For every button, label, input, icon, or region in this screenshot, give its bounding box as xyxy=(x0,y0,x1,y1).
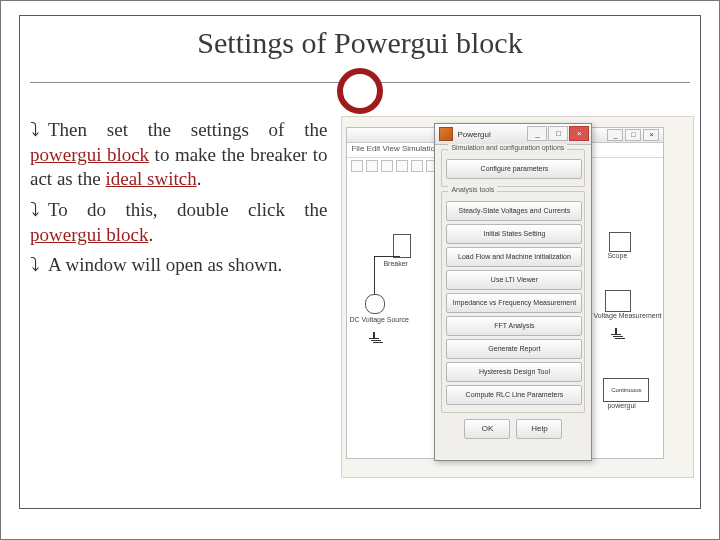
analysis-button[interactable]: Initial States Setting xyxy=(446,224,582,244)
bullet-icon: ⤵ xyxy=(30,253,48,278)
min-button[interactable]: _ xyxy=(527,126,547,141)
max-button[interactable]: □ xyxy=(548,126,568,141)
matlab-logo-icon xyxy=(439,127,453,141)
block-vmeas[interactable] xyxy=(605,290,631,312)
label-vmeas: Voltage Measurement xyxy=(593,312,663,319)
ground-icon xyxy=(611,328,623,338)
toolbar-button[interactable] xyxy=(411,160,423,172)
analysis-button[interactable]: FFT Analysis xyxy=(446,316,582,336)
ground-icon xyxy=(369,332,381,342)
wire xyxy=(374,256,375,294)
bullet-1: ⤵Then set the settings of the powergui b… xyxy=(30,118,327,192)
group-analysis: Analysis tools Steady-State Voltages and… xyxy=(441,191,585,413)
block-powergui[interactable]: Continuous xyxy=(603,378,649,402)
ok-button[interactable]: OK xyxy=(464,419,510,439)
t: Then set the settings of the xyxy=(48,119,327,140)
bullet-2: ⤵To do this, double click the powergui b… xyxy=(30,198,327,247)
help-button[interactable]: Help xyxy=(516,419,562,439)
close-button[interactable]: × xyxy=(643,129,659,141)
label-scope: Scope xyxy=(607,252,667,259)
bullet-3: ⤵A window will open as shown. xyxy=(30,253,327,278)
powergui-dialog: Powergui _ □ × Simulation and configurat… xyxy=(434,123,592,461)
t: . xyxy=(148,224,153,245)
group-caption: Simulation and configuration options xyxy=(448,144,567,151)
bullet-icon: ⤵ xyxy=(30,118,48,143)
slide: Settings of Powergui block ⤵Then set the… xyxy=(0,0,720,540)
toolbar-button[interactable] xyxy=(381,160,393,172)
analysis-button[interactable]: Compute RLC Line Parameters xyxy=(446,385,582,405)
window-buttons: _ □ × xyxy=(607,129,659,141)
toolbar-button[interactable] xyxy=(351,160,363,172)
bullet-icon: ⤵ xyxy=(30,198,48,223)
analysis-button[interactable]: Generate Report xyxy=(446,339,582,359)
analysis-button[interactable]: Hysteresis Design Tool xyxy=(446,362,582,382)
t: To do this, double click the xyxy=(48,199,327,220)
wire xyxy=(374,256,400,257)
dialog-body: Simulation and configuration options Con… xyxy=(435,145,591,447)
dialog-footer: OK Help xyxy=(441,417,585,443)
max-button[interactable]: □ xyxy=(625,129,641,141)
body: ⤵Then set the settings of the powergui b… xyxy=(28,116,692,500)
t: powergui block xyxy=(30,144,149,165)
t: . xyxy=(197,168,202,189)
t: powergui block xyxy=(30,224,148,245)
block-breaker[interactable] xyxy=(393,234,411,258)
screenshot: _ □ × File Edit View Simulation xyxy=(341,116,694,478)
analysis-button[interactable]: Steady-State Voltages and Currents xyxy=(446,201,582,221)
label-source: DC Voltage Source xyxy=(349,316,409,323)
toolbar-button[interactable] xyxy=(396,160,408,172)
group-config: Simulation and configuration options Con… xyxy=(441,149,585,187)
analysis-button[interactable]: Load Flow and Machine Initialization xyxy=(446,247,582,267)
block-source[interactable] xyxy=(365,294,385,314)
analysis-button[interactable]: Use LTI Viewer xyxy=(446,270,582,290)
toolbar-button[interactable] xyxy=(366,160,378,172)
slide-inner: Settings of Powergui block ⤵Then set the… xyxy=(19,15,701,509)
min-button[interactable]: _ xyxy=(607,129,623,141)
text-column: ⤵Then set the settings of the powergui b… xyxy=(28,116,333,500)
slide-title: Settings of Powergui block xyxy=(20,26,700,60)
dialog-titlebar: Powergui _ □ × xyxy=(435,124,591,145)
configure-parameters-button[interactable]: Configure parameters xyxy=(446,159,582,179)
label-powergui: powergui xyxy=(607,402,667,409)
title-ring-icon xyxy=(337,68,383,114)
t: A window will open as shown. xyxy=(48,254,282,275)
t: ideal switch xyxy=(105,168,196,189)
dialog-window-buttons: _ □ × xyxy=(527,126,589,141)
dialog-title: Powergui xyxy=(457,130,490,139)
analysis-button[interactable]: Impedance vs Frequency Measurement xyxy=(446,293,582,313)
block-scope[interactable] xyxy=(609,232,631,252)
close-button[interactable]: × xyxy=(569,126,589,141)
screenshot-column: _ □ × File Edit View Simulation xyxy=(333,116,692,500)
group-caption: Analysis tools xyxy=(448,186,497,193)
